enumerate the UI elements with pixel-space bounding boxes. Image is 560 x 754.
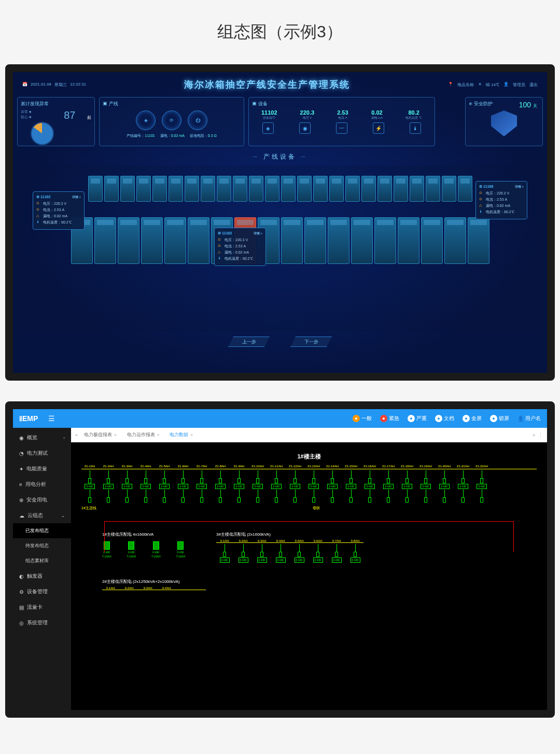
machine-back[interactable] — [297, 176, 312, 202]
machine-front[interactable] — [421, 217, 443, 264]
sidebar-item[interactable]: ✦电能质量 — [13, 461, 71, 477]
feeder[interactable]: 0.43K — [324, 470, 341, 502]
machine-front[interactable] — [468, 217, 489, 264]
feeder[interactable]: 0.43K — [305, 470, 322, 502]
machine-front[interactable] — [444, 217, 466, 264]
menu-icon[interactable]: ☰ — [48, 414, 55, 423]
feeder[interactable]: 0.43K — [231, 470, 247, 502]
sidebar-item[interactable]: ≡用电分析 — [13, 477, 71, 492]
machine-back[interactable] — [458, 176, 472, 202]
topbar-action[interactable]: ●一般 — [353, 415, 372, 422]
feeder[interactable]: 0.43K — [291, 544, 307, 563]
machine-front[interactable] — [304, 217, 326, 264]
feeder[interactable]: 0.43K — [100, 470, 117, 502]
tab[interactable]: 电力极值报表× — [80, 429, 121, 440]
refresh-icon[interactable]: ⟳ — [162, 110, 181, 130]
machine-front[interactable] — [328, 217, 349, 264]
feeder[interactable]: 0.43K — [399, 470, 415, 502]
machine-front[interactable] — [398, 217, 419, 264]
power-icon[interactable]: ⏻ — [188, 110, 207, 130]
feeder[interactable]: 0.43K — [361, 470, 378, 502]
sidebar-item[interactable]: 已发布组态 — [13, 523, 71, 538]
machine-front[interactable] — [94, 217, 116, 264]
feeder[interactable]: 0.43K — [212, 470, 229, 502]
electrical-diagram[interactable]: 1#楼主楼 Z1-1AHZ1-2AHZ1-3AHZ1-4AHZ1-5AHZ1-6… — [71, 442, 547, 710]
device-tooltip[interactable]: ⚙ 11102详情 > ⊙电压：220.3 V ⊙电流：2.53 A △漏电：0… — [214, 228, 266, 266]
machine-back[interactable] — [88, 176, 103, 202]
logout-link[interactable]: 退出 — [529, 82, 538, 88]
tabs-menu-icon[interactable]: ⋮ — [538, 432, 543, 438]
transformer[interactable]: 0.43KT-1SAH — [151, 541, 161, 558]
close-icon[interactable]: × — [114, 432, 117, 437]
sidebar-item[interactable]: ◉概览‹ — [13, 430, 71, 445]
feeder[interactable]: 0.43K — [137, 470, 154, 502]
sidebar-item[interactable]: ⊕安全用电 — [13, 492, 71, 508]
feeder[interactable]: 0.43K — [347, 544, 363, 563]
sidebar-item[interactable]: 组态素材库 — [13, 553, 71, 568]
user-menu[interactable]: 👤用户名 — [517, 415, 541, 422]
machine-back[interactable] — [185, 176, 199, 202]
sidebar-item[interactable]: ◎系统管理 — [13, 615, 71, 631]
feeder[interactable]: 0.43K — [235, 544, 251, 563]
transformer[interactable]: 0.43KT-1SAH — [102, 541, 111, 558]
machine-front[interactable] — [118, 217, 139, 264]
transformer[interactable]: 0.43KT-1SAH — [127, 541, 136, 558]
production-line-view[interactable]: ⚙ 11102详情 > ⊙电压：220.3 V ⊙电流：2.53 A △漏电：0… — [17, 165, 543, 331]
prev-button[interactable]: 上一步 — [228, 337, 270, 347]
machine-front[interactable] — [188, 217, 209, 264]
machine-back[interactable] — [442, 176, 456, 202]
sidebar-item[interactable]: 待发布组态 — [13, 538, 71, 553]
feeder[interactable]: 0.43K — [272, 544, 289, 563]
transformer[interactable]: 0.43KT-1SAH — [176, 541, 186, 558]
machine-back[interactable] — [426, 176, 440, 202]
topbar-action[interactable]: ●全屏 — [463, 415, 482, 422]
topbar-action[interactable]: ●锁屏 — [490, 415, 509, 422]
tab[interactable]: 电力运作报表× — [123, 429, 164, 440]
machine-front[interactable] — [281, 217, 303, 264]
machine-back[interactable] — [394, 176, 408, 202]
machine-back[interactable] — [345, 176, 360, 202]
feeder[interactable]: 0.43K — [175, 470, 191, 502]
user-icon[interactable]: 👤 — [503, 82, 509, 88]
machine-back[interactable] — [120, 176, 135, 202]
feeder[interactable]: 0.43K — [473, 470, 490, 502]
topbar-action[interactable]: ●紧急 — [380, 415, 399, 422]
feeder[interactable]: 0.43K — [455, 470, 471, 502]
feeder[interactable]: 0.43K — [119, 470, 135, 502]
sidebar-item[interactable]: ▤流量卡 — [13, 599, 71, 615]
sidebar-item[interactable]: ◔电力测试 — [13, 445, 71, 461]
next-button[interactable]: 下一步 — [290, 337, 332, 347]
machine-back[interactable] — [201, 176, 215, 202]
machine-back[interactable] — [329, 176, 344, 202]
topbar-action[interactable]: ●严重 — [408, 415, 427, 422]
device-tooltip[interactable]: ⚙ 11108详情 > ⊙电压：220.3 V ⊙电流：2.53 A △漏电：0… — [475, 181, 527, 219]
machine-back[interactable] — [313, 176, 328, 202]
feeder[interactable]: 0.43K — [81, 470, 98, 502]
machine-front[interactable] — [164, 217, 186, 264]
sidebar-item[interactable]: ⚙设备管理 — [13, 584, 71, 599]
feeder[interactable]: 0.43K — [249, 470, 266, 502]
machine-back[interactable] — [410, 176, 424, 202]
machine-back[interactable] — [104, 176, 119, 202]
layers-icon[interactable]: ◈ — [136, 110, 156, 130]
tabs-prev-icon[interactable]: « — [75, 432, 78, 438]
machine-front[interactable] — [374, 217, 396, 264]
device-tooltip[interactable]: ⚙ 11102详情 > ⊙电压：220.3 V ⊙电流：2.53 A △漏电：0… — [33, 191, 85, 230]
machine-back[interactable] — [265, 176, 279, 202]
close-icon[interactable]: × — [157, 432, 160, 437]
machine-back[interactable] — [233, 176, 247, 202]
feeder[interactable]: 0.43K — [310, 544, 326, 563]
machine-back[interactable] — [217, 176, 231, 202]
tab[interactable]: 电力数据× — [165, 429, 197, 440]
feeder[interactable]: 0.43K — [268, 470, 285, 502]
feeder[interactable]: 0.43K — [216, 544, 233, 563]
machine-front[interactable] — [141, 217, 163, 264]
feeder[interactable]: 0.43K — [436, 470, 453, 502]
feeder[interactable]: 0.43K — [343, 470, 359, 502]
sidebar-item[interactable]: ☁云组态⌄ — [13, 508, 71, 523]
tabs-next-icon[interactable]: » — [533, 432, 535, 438]
sidebar-item[interactable]: ◐触发器 — [13, 568, 71, 584]
machine-back[interactable] — [249, 176, 263, 202]
machine-front[interactable] — [351, 217, 373, 264]
machine-back[interactable] — [152, 176, 167, 202]
